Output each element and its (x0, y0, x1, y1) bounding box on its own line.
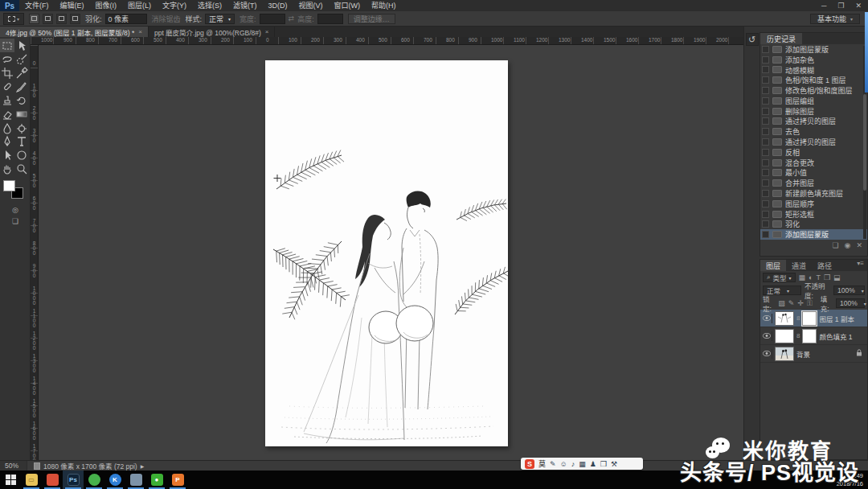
layer-mask-thumbnail[interactable] (802, 311, 817, 326)
tool-hand[interactable] (0, 162, 14, 175)
screen-mode-button[interactable]: ❏ (2, 216, 29, 227)
intersect-selection-button[interactable] (70, 14, 80, 24)
history-state-10[interactable]: 反相 (760, 147, 867, 158)
visibility-toggle[interactable] (762, 314, 772, 323)
history-state-3[interactable]: 色相/饱和度 1 图层 (760, 75, 867, 85)
emoji-icon[interactable]: ☺ (560, 460, 567, 468)
add-selection-button[interactable] (43, 14, 53, 24)
history-state-5[interactable]: 图层编组 (760, 96, 867, 106)
new-snapshot-icon[interactable]: ◉ (845, 241, 851, 249)
visibility-toggle[interactable] (762, 349, 772, 359)
menu-item-8[interactable]: 视图(V) (293, 0, 329, 11)
history-state-16[interactable]: 矩形选框 (760, 209, 867, 220)
history-brush-source-checkbox[interactable] (762, 149, 769, 156)
tool-blur[interactable] (0, 121, 14, 134)
tool-ellipse-shape[interactable] (14, 148, 29, 162)
tool-preset-picker[interactable]: ▾ (3, 13, 24, 25)
new-document-from-state-icon[interactable]: ❏ (833, 241, 839, 249)
history-brush-source-checkbox[interactable] (762, 169, 769, 176)
menu-item-0[interactable]: 文件(F) (19, 0, 55, 11)
layer-name[interactable]: 图层 1 副本 (819, 314, 854, 323)
menu-item-10[interactable]: 帮助(H) (366, 0, 402, 11)
keyboard-icon[interactable]: ▦ (579, 460, 586, 468)
history-brush-source-checkbox[interactable] (762, 108, 769, 115)
opacity-input[interactable]: 100%▾ (833, 286, 865, 295)
workspace-switcher[interactable]: 基本功能▾ (810, 14, 860, 24)
menu-item-9[interactable]: 窗口(W) (329, 0, 366, 11)
menu-item-5[interactable]: 选择(S) (192, 0, 227, 11)
tool-zoom[interactable] (14, 162, 29, 175)
fill-input[interactable]: 100%▾ (836, 298, 865, 308)
tool-spot-healing-brush[interactable] (0, 80, 14, 93)
history-brush-source-checkbox[interactable] (762, 190, 769, 197)
delete-state-icon[interactable]: ✕ (856, 241, 862, 249)
history-brush-source-checkbox[interactable] (762, 128, 769, 135)
menu-item-7[interactable]: 3D(D) (263, 0, 293, 11)
history-state-13[interactable]: 合并图层 (760, 178, 867, 188)
sogou-ime-bar[interactable]: S 莫 ✎☺♪▦♟❒⚒ (521, 458, 643, 470)
lock-position-icon[interactable]: ✛ (797, 299, 804, 307)
status-arrow-icon[interactable]: ▶ (141, 463, 145, 469)
taskbar-start-button[interactable] (0, 471, 21, 489)
tool-gradient[interactable] (14, 107, 29, 121)
canvas[interactable] (265, 60, 508, 446)
tab-close-icon[interactable]: × (265, 28, 269, 35)
history-brush-source-checkbox[interactable] (762, 179, 769, 187)
history-state-9[interactable]: 通过拷贝的图层 (760, 137, 867, 147)
layer-name[interactable]: 背景 (796, 349, 810, 359)
layer-row-2[interactable]: 背景 (760, 345, 867, 363)
ime-mode-char[interactable]: 莫 (538, 458, 546, 469)
document-tab-0[interactable]: 4修.jpg @ 50% (图层 1 副本, 图层蒙版/8) *× (0, 27, 149, 37)
subtract-selection-button[interactable] (56, 14, 67, 24)
history-state-4[interactable]: 修改色相/饱和度图层 (760, 85, 867, 96)
width-input[interactable] (260, 14, 285, 24)
menu-item-6[interactable]: 滤镜(T) (227, 0, 263, 11)
minimize-button[interactable]: ─ (821, 2, 826, 10)
history-brush-source-checkbox[interactable] (762, 117, 769, 125)
history-state-18[interactable]: 添加图层蒙版 (760, 229, 867, 240)
layers-tab-0[interactable]: 图层 (760, 260, 786, 271)
tool-move[interactable] (14, 39, 29, 52)
history-state-17[interactable]: 羽化 (760, 220, 867, 230)
history-panel-title[interactable]: 历史记录 (760, 33, 802, 44)
filter-kind-select[interactable]: ⌕ 类型 ▾ (763, 273, 796, 282)
history-dock-icon[interactable]: ↺ (746, 33, 759, 46)
vertical-ruler[interactable]: 0100200300400500600700800900100011001200… (31, 45, 39, 460)
close-button[interactable]: ✕ (855, 2, 862, 10)
layer-row-1[interactable]: 8颜色填充 1 (760, 327, 867, 345)
taskbar-kugou-music-button[interactable]: K (104, 471, 125, 489)
history-state-2[interactable]: 动感模糊 (760, 65, 867, 76)
layer-thumbnail[interactable] (775, 329, 794, 343)
layer-thumbnail[interactable] (775, 347, 794, 361)
history-state-6[interactable]: 删除图层 (760, 106, 867, 117)
history-brush-source-checkbox[interactable] (762, 97, 769, 105)
taskbar-file-explorer-button[interactable]: ▭ (21, 471, 42, 489)
menu-item-2[interactable]: 图像(I) (90, 0, 123, 11)
new-selection-button[interactable] (29, 14, 39, 24)
tool-path-selection[interactable] (0, 148, 14, 162)
taskbar-red-app-button[interactable] (42, 471, 63, 489)
wrench-icon[interactable]: ⚒ (611, 460, 617, 468)
scrollbar-thumb[interactable] (863, 94, 866, 191)
tool-brush[interactable] (14, 80, 29, 93)
history-brush-source-checkbox[interactable] (762, 159, 769, 166)
feather-input[interactable]: 0 像素 (105, 14, 147, 24)
history-state-8[interactable]: 去色 (760, 126, 867, 137)
tool-crop[interactable] (0, 66, 14, 80)
history-state-12[interactable]: 最小值 (760, 168, 867, 179)
filter-smartobject-icon[interactable]: ⬓ (833, 273, 841, 281)
history-brush-source-checkbox[interactable] (762, 56, 769, 64)
refine-edge-button[interactable]: 调整边缘… (348, 14, 395, 24)
tab-close-icon[interactable]: × (138, 28, 142, 35)
tool-eyedropper[interactable] (14, 66, 29, 80)
sogou-logo[interactable]: S (525, 459, 534, 469)
tool-type[interactable] (14, 134, 29, 148)
tool-eraser[interactable] (0, 107, 14, 121)
edge-scrollbar[interactable] (865, 12, 868, 92)
layer-mask-thumbnail[interactable] (802, 329, 817, 343)
layer-name[interactable]: 颜色填充 1 (819, 331, 852, 341)
tool-history-brush[interactable] (14, 93, 29, 107)
history-brush-source-checkbox[interactable] (762, 46, 769, 53)
taskbar-green-app-button[interactable] (84, 471, 104, 489)
tool-rectangular-marquee[interactable] (0, 39, 14, 52)
